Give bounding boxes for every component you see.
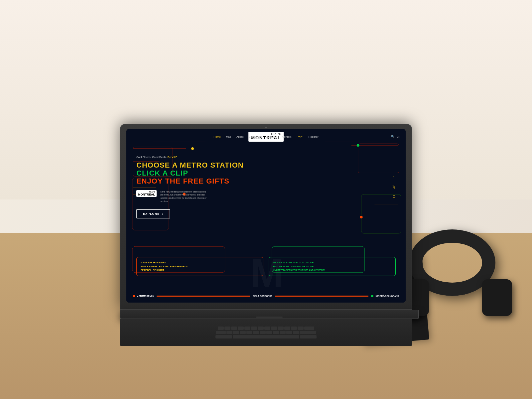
key <box>218 327 224 330</box>
headline-2: CLICK A CLIP <box>136 169 396 177</box>
metro-line-1 <box>157 296 250 297</box>
metro-station-1[interactable]: MONTMORENCY <box>133 295 154 297</box>
spacebar-key[interactable] <box>233 335 299 338</box>
vip-text: Be V.I.P <box>168 156 177 159</box>
key <box>286 331 292 334</box>
metro-dot-1 <box>133 295 135 297</box>
nav-right: 🔍 EN <box>391 135 400 138</box>
brand-montreal-small: MONTREAL <box>138 193 155 196</box>
laptop-lid: M THAT'S MONTREAL Home Map <box>120 124 412 310</box>
key <box>258 327 264 330</box>
nav-register[interactable]: Register <box>309 135 319 138</box>
key <box>253 331 259 334</box>
nav-links: Home Map About Billboards Our Apps Conta… <box>126 135 406 138</box>
instagram-icon[interactable]: ⊙ <box>392 194 396 199</box>
metro-dot-3 <box>371 295 373 297</box>
nav-billboards[interactable]: Billboards <box>249 135 260 138</box>
key <box>300 335 317 338</box>
key-row-1 <box>218 327 314 330</box>
explore-button[interactable]: EXPLORE ↓ <box>136 209 170 218</box>
key <box>233 331 239 334</box>
key <box>226 331 232 334</box>
key <box>231 327 237 330</box>
keyboard <box>120 319 412 346</box>
key <box>298 327 304 330</box>
key <box>264 327 270 330</box>
key <box>238 327 244 330</box>
key <box>224 327 230 330</box>
key <box>216 331 226 334</box>
info-card-right: TROUVE TA STATION ET CLIK-UN-CLIP! FIND … <box>269 257 396 276</box>
key <box>251 327 257 330</box>
key <box>260 331 266 334</box>
info-cards: MADE FOR TRAVELERS. WATCH VIDEOS / PICS … <box>136 257 396 276</box>
key <box>244 327 250 330</box>
key <box>293 331 299 334</box>
nav-our-apps[interactable]: Our Apps <box>266 135 277 138</box>
key <box>304 327 314 330</box>
info-card-left-text: MADE FOR TRAVELERS. WATCH VIDEOS / PICS … <box>141 261 259 272</box>
key <box>284 327 290 330</box>
key <box>246 331 252 334</box>
info-card-right-text: TROUVE TA STATION ET CLIK-UN-CLIP! FIND … <box>273 261 391 272</box>
facebook-icon[interactable]: f <box>392 176 396 180</box>
key <box>240 331 246 334</box>
hero-headline: CHOOSE A METRO STATION CLICK A CLIP ENJO… <box>136 161 396 186</box>
info-card-left: MADE FOR TRAVELERS. WATCH VIDEOS / PICS … <box>136 257 263 276</box>
hero-brand: THAT'S MONTREAL Is the new mediatouristi… <box>136 190 396 203</box>
laptop: M THAT'S MONTREAL Home Map <box>120 124 412 346</box>
key <box>215 335 232 338</box>
camera-dot <box>265 127 267 128</box>
key <box>273 331 279 334</box>
laptop-hinge <box>120 310 419 319</box>
hero-section: Cool Places. Good Deals. Be V.I.P CHOOSE… <box>126 149 406 303</box>
metro-station-2[interactable]: DE LA CONCORDE <box>253 295 272 297</box>
key <box>266 331 272 334</box>
nav-login[interactable]: Login <box>297 135 303 138</box>
twitter-icon[interactable]: 𝕏 <box>392 185 396 190</box>
search-icon[interactable]: 🔍 <box>391 135 395 138</box>
nav-contact[interactable]: Contact <box>282 135 292 138</box>
key-row-3 <box>215 335 317 338</box>
metro-station-3[interactable]: HONORÉ-BEAUGRAND <box>371 295 399 297</box>
tagline: Cool Places. Good Deals. Be V.I.P <box>136 156 396 159</box>
screen-bezel: M THAT'S MONTREAL Home Map <box>126 129 406 303</box>
scene: M THAT'S MONTREAL Home Map <box>0 0 532 399</box>
key <box>271 327 277 330</box>
metro-bar: MONTMORENCY DE LA CONCORDE HONORÉ-BEAUGR… <box>126 289 406 303</box>
key <box>300 331 316 334</box>
language-selector[interactable]: EN <box>397 135 400 138</box>
brand-logo-small: THAT'S MONTREAL <box>136 190 157 197</box>
website: M THAT'S MONTREAL Home Map <box>126 129 406 303</box>
nav-about[interactable]: About <box>236 135 243 138</box>
brand-description: Is the new mediatouristic platform based… <box>160 190 206 203</box>
social-icons: f 𝕏 ⊙ <box>392 176 396 199</box>
headline-1: CHOOSE A METRO STATION <box>136 161 396 169</box>
key <box>280 331 286 334</box>
arrow-down-icon: ↓ <box>162 212 164 215</box>
key <box>278 327 284 330</box>
key <box>291 327 297 330</box>
headline-3: ENJOY THE FREE GIFTS <box>136 177 396 185</box>
nav-home[interactable]: Home <box>213 135 220 138</box>
metro-line-2 <box>275 296 368 297</box>
key-row-2 <box>216 331 316 334</box>
nav-map[interactable]: Map <box>226 135 231 138</box>
navbar: THAT'S MONTREAL Home Map About Billboard… <box>126 129 406 146</box>
